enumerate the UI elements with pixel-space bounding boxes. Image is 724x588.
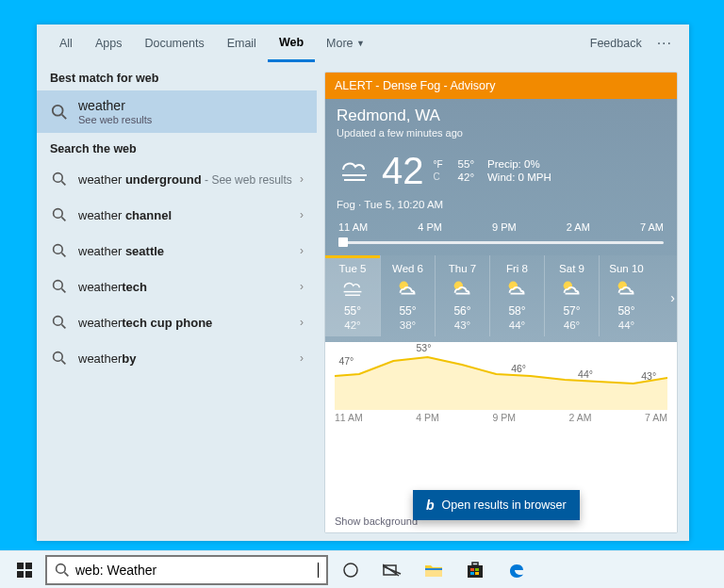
forecast-day[interactable]: Thu 756°43° (435, 255, 489, 336)
hourly-label: 7 AM (640, 221, 664, 233)
wind: Wind: 0 MPH (487, 172, 551, 183)
unit-f[interactable]: °F (434, 159, 443, 170)
svg-point-4 (54, 209, 63, 219)
weather-alert[interactable]: ALERT - Dense Fog - Advisory (325, 73, 677, 99)
web-suggestion[interactable]: weather seattle› (37, 233, 317, 269)
svg-rect-23 (17, 563, 24, 569)
file-explorer-icon[interactable] (415, 555, 452, 585)
svg-rect-35 (468, 565, 483, 578)
tab-all[interactable]: All (48, 24, 84, 62)
day-high: 57° (547, 304, 597, 318)
svg-line-32 (383, 566, 401, 574)
feedback-link[interactable]: Feedback (581, 37, 651, 50)
chart-value-label: 44° (578, 368, 593, 380)
svg-line-13 (61, 360, 65, 364)
day-name: Tue 5 (327, 263, 378, 274)
svg-line-5 (61, 217, 65, 220)
web-suggestion[interactable]: weathertech cup phone› (37, 304, 317, 340)
tab-documents[interactable]: Documents (133, 24, 215, 62)
svg-rect-38 (475, 568, 479, 571)
cortana-icon[interactable] (332, 555, 370, 585)
svg-point-27 (57, 564, 66, 573)
microsoft-store-icon[interactable] (456, 555, 494, 585)
forecast-day[interactable]: Sat 957°46° (544, 255, 599, 336)
task-view-icon[interactable] (373, 555, 411, 585)
svg-point-12 (54, 352, 63, 362)
hourly-slider[interactable] (337, 238, 666, 246)
svg-point-6 (54, 245, 63, 254)
day-name: Thu 7 (437, 263, 487, 274)
forecast-day[interactable]: Fri 858°44° (489, 255, 544, 336)
chevron-right-icon: › (294, 316, 304, 329)
tab-email[interactable]: Email (216, 24, 268, 62)
web-suggestion[interactable]: weather channel› (37, 197, 317, 233)
day-high: 58° (492, 304, 542, 318)
start-button[interactable] (8, 555, 41, 585)
chevron-right-icon: › (294, 172, 304, 186)
chart-value-label: 53° (416, 342, 431, 353)
open-results-browser-button[interactable]: b Open results in browser (413, 490, 580, 520)
chevron-right-icon: › (294, 208, 304, 221)
daily-forecast: Tue 555°42°Wed 655°38°Thu 756°43°Fri 858… (325, 255, 677, 342)
tab-more-label: More (326, 37, 353, 50)
web-suggestion[interactable]: weatherby› (37, 340, 317, 376)
chart-x-label: 11 AM (335, 412, 363, 423)
svg-rect-34 (425, 568, 442, 570)
svg-line-1 (62, 114, 67, 119)
results-left: Best match for web weather See web resul… (37, 62, 317, 541)
forecast-day[interactable]: Tue 555°42° (325, 255, 380, 336)
forecast-next-icon[interactable]: › (670, 290, 675, 305)
chart-value-label: 47° (338, 355, 354, 367)
chevron-down-icon: ▼ (356, 39, 365, 48)
day-low: 42° (327, 319, 378, 331)
day-name: Wed 6 (383, 263, 433, 274)
day-low: 46° (547, 319, 597, 331)
weather-current: Redmond, WA Updated a few minutes ago 42… (325, 99, 677, 255)
day-name: Sat 9 (547, 263, 597, 274)
unit-c[interactable]: C (434, 172, 443, 182)
chart-value-label: 43° (641, 370, 656, 382)
web-suggestion[interactable]: weathertech› (37, 269, 317, 304)
search-icon (50, 313, 69, 332)
weather-icon (450, 278, 476, 299)
temp-low: 42° (458, 172, 474, 183)
weather-updated: Updated a few minutes ago (337, 127, 666, 139)
svg-rect-37 (470, 568, 474, 571)
bing-icon: b (426, 498, 435, 513)
taskbar-search-box[interactable] (45, 555, 328, 585)
input-caret (318, 563, 319, 578)
taskbar-search-input[interactable] (75, 563, 318, 578)
edge-icon[interactable] (498, 555, 535, 585)
svg-rect-24 (25, 563, 32, 569)
day-high: 58° (601, 304, 651, 318)
weather-icon (614, 278, 640, 299)
tab-more[interactable]: More ▼ (315, 24, 376, 62)
chevron-right-icon: › (294, 280, 304, 293)
more-options-icon[interactable]: ··· (651, 35, 678, 52)
web-suggestion[interactable]: weather underground - See web results› (37, 161, 317, 197)
tab-web[interactable]: Web (268, 24, 315, 62)
weather-location: Redmond, WA (337, 106, 666, 125)
tab-apps[interactable]: Apps (84, 24, 134, 62)
svg-point-0 (53, 105, 63, 115)
suggestion-label: weathertech (78, 280, 294, 294)
forecast-day[interactable]: Wed 655°38° (380, 255, 435, 336)
weather-icon (339, 278, 366, 299)
weather-icon (559, 278, 585, 299)
chevron-right-icon: › (294, 351, 304, 365)
chart-value-label: 46° (511, 363, 526, 374)
best-match-title: weather (78, 98, 152, 113)
day-low: 38° (383, 319, 433, 331)
precip: Precip: 0% (487, 158, 551, 170)
svg-rect-40 (475, 572, 479, 575)
chevron-right-icon: › (294, 244, 304, 257)
best-match-row[interactable]: weather See web results (37, 90, 317, 133)
tabs-row: All Apps Documents Email Web More ▼ Feed… (37, 24, 689, 62)
forecast-day[interactable]: Sun 1058°44° (599, 255, 653, 336)
svg-line-28 (64, 572, 68, 576)
chart-x-label: 7 AM (645, 412, 667, 423)
best-match-sub: See web results (78, 114, 152, 125)
hourly-label: 2 AM (567, 221, 590, 233)
chart-x-label: 4 PM (416, 412, 439, 423)
svg-line-3 (61, 181, 65, 185)
